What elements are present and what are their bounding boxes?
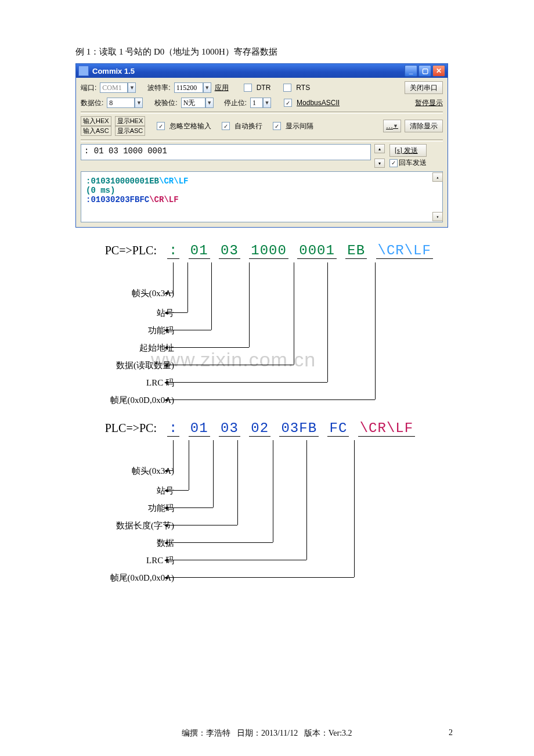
stopbits-select[interactable]: ▼: [250, 98, 271, 108]
seg-lrc: EB: [345, 243, 367, 259]
direction-label: PLC=>PC:: [75, 422, 167, 435]
seg-func: 03: [219, 243, 240, 259]
titlebar[interactable]: Commix 1.5 _ ▢ ✕: [76, 64, 448, 78]
seg-tail: \CR\LF: [358, 420, 415, 437]
chevron-down-icon[interactable]: ▼: [128, 82, 136, 93]
dtr-checkbox[interactable]: [244, 84, 252, 92]
modbus-checkbox[interactable]: ✓: [284, 99, 292, 107]
chevron-down-icon[interactable]: ▼: [203, 82, 211, 93]
page-footer: 编撰：李浩特 日期：2013/11/12 版本：Ver:3.2 2: [0, 728, 534, 739]
footer-author: 编撰：李浩特: [182, 729, 230, 737]
parity-label: 校验位:: [154, 98, 177, 108]
example-title: 例 1：读取 1 号站的 D0（地址为 1000H）寄存器数据: [75, 46, 459, 57]
scroll-up-icon[interactable]: ▴: [374, 144, 385, 153]
stopbits-label: 停止位:: [224, 98, 247, 108]
anno-addr: 起始地址: [139, 343, 174, 354]
scrollbar[interactable]: ▴▾: [374, 144, 384, 168]
send-input[interactable]: : 01 03 1000 0001: [81, 144, 371, 160]
port-label: 端口:: [81, 83, 96, 93]
showgap-label: 显示间隔: [286, 121, 313, 131]
baud-select[interactable]: ▼: [174, 82, 211, 93]
seg-addr: 1000: [249, 243, 288, 259]
scroll-up-icon[interactable]: ▴: [432, 172, 443, 182]
anno-frame-head: 帧头(0x3A): [132, 466, 174, 477]
chevron-down-icon[interactable]: ▼: [205, 98, 214, 108]
seg-func: 03: [219, 420, 240, 437]
crlf-label: \CR\LF: [159, 177, 188, 186]
anno-lrc: LRC 码: [146, 377, 174, 388]
minimize-button[interactable]: _: [405, 65, 417, 77]
response-diagram: PLC=>PC: : 01 03 02 03FB FC \CR\LF 帧头(0x…: [75, 420, 459, 575]
out-line-2: (0 ms): [86, 186, 438, 195]
seg-lrc: FC: [327, 420, 349, 437]
apply-link[interactable]: 应用: [215, 83, 229, 93]
databits-label: 数据位:: [81, 98, 103, 108]
enter-send-checkbox[interactable]: ✓: [389, 159, 398, 167]
chevron-down-icon[interactable]: ▼: [135, 98, 143, 108]
request-diagram: PC=>PLC: : 01 03 1000 0001 EB \CR\LF 帧头(…: [75, 243, 459, 397]
direction-label: PC=>PLC:: [75, 244, 167, 257]
seg-station: 01: [189, 420, 210, 437]
app-icon: [78, 66, 89, 76]
page-number: 2: [449, 728, 453, 737]
anno-frame-head: 帧头(0x3A): [132, 288, 174, 299]
seg-qty: 0001: [297, 243, 337, 259]
seg-data: 03FB: [279, 420, 319, 437]
clear-button[interactable]: 清除显示: [405, 120, 443, 132]
out-line-1: :010310000001EB: [86, 177, 159, 186]
autowrap-checkbox[interactable]: ✓: [222, 122, 230, 130]
ignore-space-checkbox[interactable]: ✓: [157, 122, 165, 130]
port-select[interactable]: ▼: [100, 82, 136, 93]
footer-version: 版本：Ver:3.2: [304, 729, 352, 737]
parity-select[interactable]: ▼: [181, 98, 214, 108]
showgap-checkbox[interactable]: ✓: [273, 122, 281, 130]
scroll-down-icon[interactable]: ▾: [374, 159, 385, 168]
baud-label: 波特率:: [147, 83, 170, 93]
autowrap-label: 自动换行: [234, 121, 262, 131]
modbus-label[interactable]: ModbusASCII: [297, 99, 340, 107]
display-mode-toggle[interactable]: 显示HEX显示ASC: [115, 116, 146, 136]
rts-label: RTS: [296, 84, 310, 92]
seg-frame-head: :: [167, 420, 179, 437]
send-button[interactable]: [s] 发送: [389, 144, 427, 157]
databits-select[interactable]: ▼: [107, 98, 143, 108]
anno-func: 功能码: [148, 503, 174, 514]
seg-station: 01: [189, 243, 210, 259]
anno-lrc: LRC 码: [146, 555, 174, 566]
input-mode-toggle[interactable]: 输入HEX输入ASC: [81, 116, 111, 136]
seg-frame-head: :: [167, 243, 179, 259]
more-button[interactable]: … ▼: [383, 120, 401, 132]
crlf-label: \CR\LF: [149, 195, 178, 204]
seg-tail: \CR\LF: [376, 243, 433, 259]
dtr-label: DTR: [257, 84, 271, 92]
seg-len: 02: [249, 420, 270, 437]
footer-date: 日期：2013/11/12: [237, 729, 298, 737]
rts-checkbox[interactable]: [283, 84, 291, 92]
out-line-3: :01030203FBFC: [86, 195, 149, 204]
enter-send-label: 回车发送: [399, 159, 427, 167]
pause-link[interactable]: 暂停显示: [415, 98, 443, 108]
chevron-down-icon[interactable]: ▼: [263, 98, 271, 108]
close-button[interactable]: ✕: [432, 65, 445, 77]
scroll-down-icon[interactable]: ▾: [432, 212, 443, 221]
ignore-space-label: 忽略空格输入: [169, 121, 211, 131]
app-window: Commix 1.5 _ ▢ ✕ 端口: ▼ 波特率: ▼ 应用 DTR RTS…: [75, 63, 448, 228]
maximize-button[interactable]: ▢: [418, 65, 431, 77]
close-port-button[interactable]: 关闭串口: [405, 81, 443, 94]
app-title: Commix 1.5: [92, 67, 135, 75]
anno-func: 功能码: [148, 325, 174, 336]
output-box: :010310000001EB\CR\LF (0 ms) :01030203FB…: [81, 171, 443, 222]
